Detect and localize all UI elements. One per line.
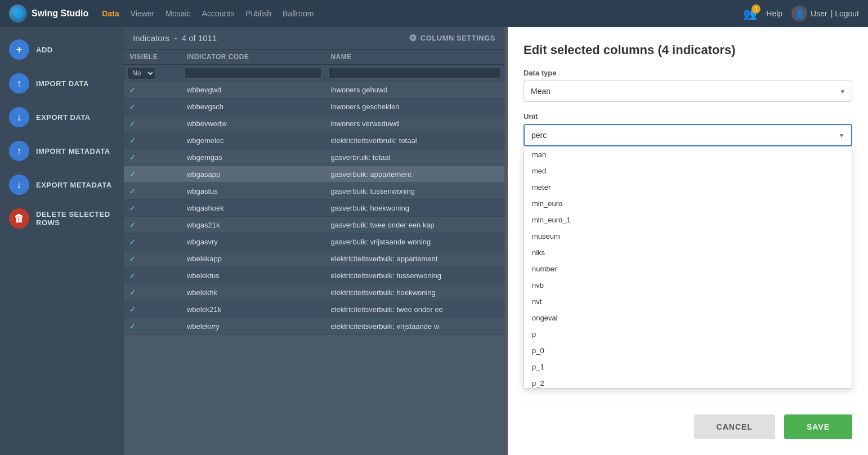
table-row[interactable]: ✓ wbgasvry gasverbuik: vrijstaande wonin…: [124, 234, 504, 251]
add-label: ADD: [36, 46, 53, 54]
dropdown-item[interactable]: p_2: [524, 375, 852, 389]
right-panel: Edit selected columns (4 indicators) Dat…: [508, 27, 868, 455]
cell-name: elektriciteitsverbuik: twee onder ee: [325, 301, 504, 318]
logout-link[interactable]: | Logout: [831, 9, 859, 18]
dropdown-item[interactable]: mln_euro: [524, 195, 852, 212]
cell-name: elektriciteitsverbuik: appartement: [325, 251, 504, 267]
table-row[interactable]: ✓ wbelekvry elektriciteitsverbuik: vrijs…: [124, 318, 504, 335]
sidebar-item-import-data[interactable]: ↑ IMPORT DATA: [0, 68, 124, 99]
column-settings-label: COLUMN SETTINGS: [420, 34, 495, 42]
add-icon: +: [9, 39, 29, 60]
nav-mosaic[interactable]: Mosaic: [165, 9, 190, 18]
sidebar-item-export-data[interactable]: ↓ EXPORT DATA: [0, 101, 124, 133]
cell-visible: ✓: [124, 234, 181, 251]
table-row[interactable]: ✓ wbbevgsch inwoners gescheiden: [124, 99, 504, 115]
cell-visible: ✓: [124, 166, 181, 183]
import-data-icon: ↑: [9, 73, 29, 93]
check-icon: ✓: [129, 305, 136, 314]
table-row[interactable]: ✓ wbgas21k gasverbuik: twee onder een ka…: [124, 217, 504, 234]
cell-code: wbbevwedw: [181, 115, 325, 132]
column-settings-button[interactable]: ⚙ COLUMN SETTINGS: [409, 33, 495, 43]
sidebar-item-export-metadata[interactable]: ↓ EXPORT METADATA: [0, 169, 124, 200]
cell-code: wbelekvry: [181, 318, 325, 335]
notification-count: 1: [751, 5, 760, 14]
cell-visible: ✓: [124, 251, 181, 267]
app-logo[interactable]: 🌐 Swing Studio: [9, 5, 88, 23]
dropdown-item[interactable]: museum: [524, 228, 852, 244]
save-button[interactable]: SAVE: [784, 414, 852, 439]
check-icon: ✓: [129, 271, 136, 280]
filter-visible-select[interactable]: NoYes: [127, 67, 155, 79]
cell-code: wbgemgas: [181, 149, 325, 166]
import-metadata-label: IMPORT METADATA: [36, 147, 110, 155]
th-name: NAME: [325, 50, 504, 65]
cell-visible: ✓: [124, 284, 181, 301]
import-metadata-icon: ↑: [9, 141, 29, 161]
topnav-right: 👥 1 Help 👤 User | Logout: [743, 6, 859, 21]
avatar-icon: 👤: [791, 6, 807, 21]
nav-publish[interactable]: Publish: [245, 9, 271, 18]
cancel-button[interactable]: CANCEL: [694, 414, 775, 439]
table-row[interactable]: ✓ wbelek21k elektriciteitsverbuik: twee …: [124, 301, 504, 318]
dropdown-item[interactable]: meter: [524, 179, 852, 195]
unit-input[interactable]: [525, 125, 832, 145]
cell-code: wbelekapp: [181, 251, 325, 267]
check-icon: ✓: [129, 119, 136, 128]
help-link[interactable]: Help: [766, 9, 782, 18]
table-row[interactable]: ✓ wbgasapp gasverbuik: appartement: [124, 166, 504, 183]
cell-name: elektriciteitsverbruik: totaal: [325, 132, 504, 149]
filter-code-input[interactable]: [185, 68, 322, 79]
table-row[interactable]: ✓ wbbevwedw inwoners verweduwd: [124, 115, 504, 132]
sidebar-item-add[interactable]: + ADD: [0, 34, 124, 65]
dropdown-item[interactable]: mln_euro_1: [524, 212, 852, 228]
dropdown-item[interactable]: p: [524, 326, 852, 342]
dropdown-item[interactable]: ongeval: [524, 310, 852, 326]
notification-bell[interactable]: 👥 1: [743, 7, 757, 20]
check-icon: ✓: [129, 238, 136, 246]
unit-chevron-icon[interactable]: ▼: [832, 132, 851, 139]
user-area[interactable]: 👤 User | Logout: [791, 6, 859, 21]
cell-name: gasverbuik: twee onder een kap: [325, 217, 504, 234]
dropdown-item[interactable]: nvb: [524, 277, 852, 293]
sidebar-item-import-metadata[interactable]: ↑ IMPORT METADATA: [0, 135, 124, 167]
dropdown-item[interactable]: number: [524, 261, 852, 277]
dropdown-item[interactable]: med: [524, 163, 852, 179]
dropdown-item[interactable]: p_0: [524, 342, 852, 359]
dropdown-item[interactable]: p_1: [524, 359, 852, 375]
cell-name: elektriciteitsverbuik: vrijstaande w: [325, 318, 504, 335]
table-row[interactable]: ✓ wbelektus elektriciteitsverbuik: tusse…: [124, 267, 504, 284]
nav-viewer[interactable]: Viewer: [131, 9, 155, 18]
table-row[interactable]: ✓ wbgastus gasverbuik: tussenwoning: [124, 183, 504, 200]
unit-dropdown-list: manmedmetermln_euromln_euro_1museumniksn…: [524, 146, 852, 389]
indicators-table: VISIBLE INDICATOR CODE NAME NoYes ✓ wbbe…: [124, 50, 504, 335]
table-row[interactable]: ✓ wbgashoek gasverbuik: hoekwoning: [124, 200, 504, 217]
data-type-select[interactable]: Mean Count Sum Min Max: [524, 81, 852, 102]
cell-name: elektriciteitsverbuik: tussenwoning: [325, 267, 504, 284]
table-row[interactable]: ✓ wbgemgas gasverbruik: totaal: [124, 149, 504, 166]
dropdown-item[interactable]: nvt: [524, 293, 852, 310]
dropdown-item[interactable]: niks: [524, 244, 852, 261]
dropdown-item[interactable]: man: [524, 146, 852, 163]
nav-ballroom[interactable]: Ballroom: [283, 9, 314, 18]
table-row[interactable]: ✓ wbgemelec elektriciteitsverbruik: tota…: [124, 132, 504, 149]
sidebar-item-delete[interactable]: 🗑 DELETE SELECTED ROWS: [0, 203, 124, 234]
table-row[interactable]: ✓ wbelekapp elektriciteitsverbuik: appar…: [124, 251, 504, 267]
cell-visible: ✓: [124, 82, 181, 99]
data-type-group: Data type Mean Count Sum Min Max: [524, 69, 852, 102]
nav-data[interactable]: Data: [102, 9, 119, 18]
unit-label: Unit: [524, 112, 852, 121]
data-type-select-wrapper: Mean Count Sum Min Max: [524, 81, 852, 102]
export-data-icon: ↓: [9, 107, 29, 127]
nav-accounts[interactable]: Accounts: [202, 9, 235, 18]
cell-visible: ✓: [124, 115, 181, 132]
cell-code: wbgemelec: [181, 132, 325, 149]
check-icon: ✓: [129, 86, 136, 94]
delete-icon: 🗑: [9, 208, 29, 229]
cell-name: elektriciteitsverbuik: hoekwoning: [325, 284, 504, 301]
table-row[interactable]: ✓ wbelekhk elektriciteitsverbuik: hoekwo…: [124, 284, 504, 301]
filter-name-input[interactable]: [328, 68, 501, 79]
cell-name: gasverbuik: appartement: [325, 166, 504, 183]
delete-label: DELETE SELECTED ROWS: [36, 210, 115, 227]
username: User: [811, 9, 827, 18]
table-row[interactable]: ✓ wbbevgwd inwoners gehuwd: [124, 82, 504, 99]
